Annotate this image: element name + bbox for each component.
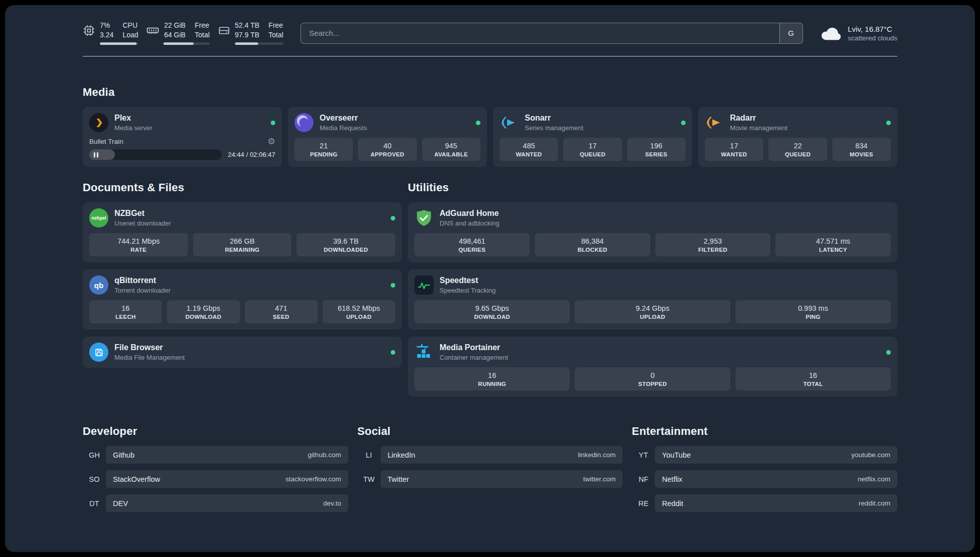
filebrowser-icon (89, 343, 108, 362)
status-dot (886, 121, 891, 125)
weather-widget: Lviv, 16.87°C scattered clouds (820, 25, 897, 42)
stats-row: 21 PENDING 40 APPROVED 945 AVAILABLE (294, 138, 480, 161)
bookmark-name: DEV (113, 499, 128, 508)
top-bar: 7%CPU 3.24Load 22 GiBFree 64 GiBTo (83, 21, 897, 45)
stat-leech: 16 LEECH (89, 300, 162, 323)
bookmark-dev[interactable]: DT DEV dev.to (83, 494, 348, 512)
service-card-plex[interactable]: Plex Media server Bullet Train ⚙ (83, 107, 282, 167)
section-title-developer: Developer (83, 425, 348, 438)
stat-upload: 618.52 Mbps UPLOAD (323, 300, 395, 323)
stats-row: 498,461 QUERIES 86,384 BLOCKED 2,953 FIL… (414, 233, 891, 256)
speedtest-icon (414, 275, 434, 295)
service-name: AdGuard Home (440, 209, 500, 218)
service-text: Radarr Movie management (730, 114, 787, 132)
service-desc: Container management (440, 354, 508, 361)
now-playing-widget: Bullet Train ⚙ 24:44 / 02:06:47 (89, 137, 275, 160)
bookmark-youtube[interactable]: YT YouTube youtube.com (632, 446, 897, 464)
disk-widget: 52.4 TBFree 97.9 TBTotal (218, 21, 283, 45)
service-card-adguard[interactable]: AdGuard Home DNS and adblocking 498,461 … (408, 202, 897, 262)
service-name: NZBGet (114, 209, 171, 218)
stat-remaining: 266 GB REMAINING (193, 233, 292, 256)
stat-seed: 471 SEED (245, 300, 318, 323)
service-card-portainer[interactable]: Media Portainer Container management 16 … (408, 337, 897, 397)
stat-series: 196 SERIES (627, 138, 686, 161)
sonarr-icon (500, 113, 519, 132)
bookmark-group-developer: Developer GH Github github.com SO StackO… (83, 425, 348, 519)
bookmark-twitter[interactable]: TW Twitter twitter.com (357, 470, 623, 488)
overseerr-icon (294, 113, 314, 132)
search-provider-button[interactable]: G (779, 23, 803, 43)
bookmark-url: github.com (308, 451, 341, 459)
resource-widgets: 7%CPU 3.24Load 22 GiBFree 64 GiBTo (83, 21, 283, 45)
stat-download: 1.19 Gbps DOWNLOAD (167, 300, 239, 323)
bookmark-url: youtube.com (851, 451, 890, 459)
section-title-documents: Documents & Files (83, 181, 402, 194)
bookmark-url: reddit.com (859, 499, 890, 507)
status-dot (681, 121, 686, 125)
service-card-qbittorrent[interactable]: qb qBittorrent Torrent downloader 16 LEE… (83, 269, 402, 329)
stat-rate: 744.21 Mbps RATE (89, 233, 188, 256)
stats-row: 16 RUNNING 0 STOPPED 16 TOTAL (414, 367, 891, 391)
weather-text: Lviv, 16.87°C scattered clouds (848, 25, 897, 42)
stat-wanted: 485 WANTED (500, 138, 558, 161)
stat-approved: 40 APPROVED (358, 138, 416, 161)
status-dot (391, 216, 395, 220)
service-card-sonarr[interactable]: Sonarr Series management 485 WANTED 17 Q… (493, 107, 692, 167)
service-card-speedtest[interactable]: Speedtest Speedtest Tracking 9.65 Gbps D… (408, 269, 897, 329)
service-card-nzbget[interactable]: nzbget NZBGet Usenet downloader 744.21 M… (83, 202, 402, 262)
qbittorrent-icon: qb (89, 275, 108, 295)
section-media: Media Plex Media server (83, 86, 897, 167)
service-text: AdGuard Home DNS and adblocking (440, 209, 500, 227)
cpu-widget: 7%CPU 3.24Load (83, 21, 138, 45)
bookmark-abbr: RE (632, 494, 655, 512)
bookmark-github[interactable]: GH Github github.com (83, 446, 348, 464)
stats-row: 9.65 Gbps DOWNLOAD 9.24 Gbps UPLOAD 0.99… (414, 300, 891, 323)
disk-icon (218, 24, 230, 37)
weather-condition: scattered clouds (848, 34, 897, 42)
section-title-utilities: Utilities (408, 181, 897, 194)
bookmark-url: dev.to (323, 499, 341, 507)
service-card-filebrowser[interactable]: File Browser Media File Management (83, 337, 402, 368)
playback-progress-bar[interactable] (89, 149, 222, 160)
bookmark-name: Github (113, 451, 135, 459)
bookmark-netflix[interactable]: NF Netflix netflix.com (632, 470, 897, 488)
memory-readout: 22 GiBFree 64 GiBTotal (164, 21, 209, 39)
disk-readout: 52.4 TBFree 97.9 TBTotal (235, 21, 283, 39)
service-desc: Usenet downloader (114, 219, 171, 227)
stat-queued: 17 QUEUED (563, 138, 622, 161)
search-input[interactable] (301, 23, 779, 43)
section-title-media: Media (83, 86, 897, 99)
bookmark-url: netflix.com (858, 475, 890, 483)
service-desc: Speedtest Tracking (440, 287, 496, 294)
pause-icon[interactable] (94, 152, 98, 157)
stat-download: 9.65 Gbps DOWNLOAD (414, 300, 570, 323)
bookmark-linkedin[interactable]: LI LinkedIn linkedin.com (357, 446, 623, 464)
stat-wanted: 17 WANTED (705, 138, 763, 161)
radarr-icon (705, 113, 724, 132)
gear-icon[interactable]: ⚙ (268, 137, 275, 146)
bookmark-abbr: LI (357, 446, 381, 464)
playback-time: 24:44 / 02:06:47 (228, 151, 275, 158)
stat-movies: 834 MOVIES (832, 138, 891, 161)
stat-running: 16 RUNNING (414, 367, 570, 391)
portainer-icon (414, 343, 434, 362)
adguard-icon (414, 208, 434, 228)
section-title-social: Social (357, 425, 623, 438)
bookmark-reddit[interactable]: RE Reddit reddit.com (632, 494, 897, 512)
stat-blocked: 86,384 BLOCKED (535, 233, 650, 256)
cloud-icon (820, 26, 841, 41)
service-card-overseerr[interactable]: Overseerr Media Requests 21 PENDING 40 A… (288, 107, 487, 167)
bookmark-stackoverflow[interactable]: SO StackOverflow stackoverflow.com (83, 470, 348, 488)
bookmark-name: Netflix (662, 475, 682, 483)
service-text: Plex Media server (114, 114, 152, 132)
stat-queries: 498,461 QUERIES (414, 233, 530, 256)
service-text: qBittorrent Torrent downloader (114, 276, 170, 294)
bookmark-url: twitter.com (583, 475, 616, 483)
service-card-radarr[interactable]: Radarr Movie management 17 WANTED 22 QUE… (698, 107, 897, 167)
service-desc: DNS and adblocking (440, 219, 500, 227)
bookmark-name: YouTube (662, 451, 691, 459)
stats-row: 16 LEECH 1.19 Gbps DOWNLOAD 471 SEED 618… (89, 300, 395, 323)
bookmark-name: LinkedIn (388, 451, 415, 459)
cpu-readout: 7%CPU 3.24Load (100, 21, 138, 39)
stat-stopped: 0 STOPPED (575, 367, 730, 391)
